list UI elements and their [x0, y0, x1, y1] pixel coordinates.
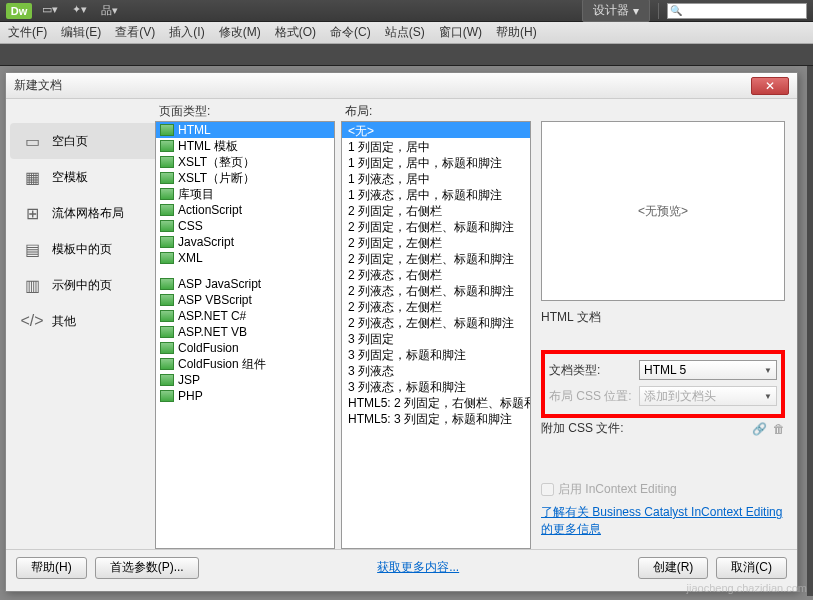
- layout-item[interactable]: 3 列液态: [342, 362, 530, 378]
- page-type-item[interactable]: ASP VBScript: [156, 292, 334, 308]
- category-label: 空白页: [52, 133, 88, 150]
- category-label: 空模板: [52, 169, 88, 186]
- layout-item[interactable]: HTML5: 3 列固定，标题和脚注: [342, 410, 530, 426]
- layout-item[interactable]: 1 列液态，居中: [342, 170, 530, 186]
- incontext-checkbox: [541, 483, 554, 496]
- layout-item[interactable]: <无>: [342, 122, 530, 138]
- link-icon[interactable]: 🔗: [752, 422, 767, 436]
- category-blank-page[interactable]: ▭ 空白页: [10, 123, 155, 159]
- layout-item[interactable]: 2 列液态，右侧栏: [342, 266, 530, 282]
- get-more-link[interactable]: 获取更多内容...: [377, 559, 459, 576]
- page-type-column: 页面类型: HTMLHTML 模板XSLT（整页）XSLT（片断）库项目Acti…: [155, 99, 335, 549]
- layout-item[interactable]: 1 列固定，居中: [342, 138, 530, 154]
- category-from-sample[interactable]: ▥ 示例中的页: [10, 267, 155, 303]
- learn-more-link[interactable]: 了解有关 Business Catalyst InContext Editing…: [541, 504, 785, 538]
- page-type-label: ASP.NET VB: [178, 325, 247, 339]
- category-column: ▭ 空白页 ▦ 空模板 ⊞ 流体网格布局 ▤ 模板中的页 ▥ 示例中的页 </>…: [10, 99, 155, 549]
- file-type-icon: [160, 390, 174, 402]
- layout-item[interactable]: 3 列固定: [342, 330, 530, 346]
- doctype-value: HTML 5: [644, 363, 686, 377]
- page-type-item[interactable]: ASP JavaScript: [156, 276, 334, 292]
- page-type-item[interactable]: XSLT（整页）: [156, 154, 334, 170]
- menu-help[interactable]: 帮助(H): [496, 24, 537, 41]
- chevron-down-icon: ▼: [764, 392, 772, 401]
- layout-item[interactable]: 2 列固定，右侧栏: [342, 202, 530, 218]
- page-type-list[interactable]: HTMLHTML 模板XSLT（整页）XSLT（片断）库项目ActionScri…: [155, 121, 335, 549]
- page-type-label: HTML 模板: [178, 138, 238, 155]
- site-icon[interactable]: 品▾: [101, 3, 118, 18]
- page-type-item[interactable]: ColdFusion: [156, 340, 334, 356]
- incontext-row: 启用 InContext Editing: [541, 481, 785, 498]
- page-type-label: XSLT（片断）: [178, 170, 255, 187]
- layout-list[interactable]: <无>1 列固定，居中1 列固定，居中，标题和脚注1 列液态，居中1 列液态，居…: [341, 121, 531, 549]
- layout-item[interactable]: 3 列固定，标题和脚注: [342, 346, 530, 362]
- menu-site[interactable]: 站点(S): [385, 24, 425, 41]
- page-type-item[interactable]: JavaScript: [156, 234, 334, 250]
- category-other[interactable]: </> 其他: [10, 303, 155, 339]
- layout-item[interactable]: 2 列固定，左侧栏、标题和脚注: [342, 250, 530, 266]
- layout-item[interactable]: 2 列液态，左侧栏: [342, 298, 530, 314]
- page-type-item[interactable]: ColdFusion 组件: [156, 356, 334, 372]
- page-type-item[interactable]: HTML: [156, 122, 334, 138]
- category-fluid-grid[interactable]: ⊞ 流体网格布局: [10, 195, 155, 231]
- layout-item[interactable]: HTML5: 2 列固定，右侧栏、标题和脚: [342, 394, 530, 410]
- menu-file[interactable]: 文件(F): [8, 24, 47, 41]
- page-type-item[interactable]: HTML 模板: [156, 138, 334, 154]
- menu-modify[interactable]: 修改(M): [219, 24, 261, 41]
- workspace-switcher[interactable]: 设计器 ▾: [582, 0, 650, 22]
- menu-window[interactable]: 窗口(W): [439, 24, 482, 41]
- page-type-item[interactable]: ActionScript: [156, 202, 334, 218]
- layout-item[interactable]: 2 列固定，右侧栏、标题和脚注: [342, 218, 530, 234]
- layout-item[interactable]: 1 列固定，居中，标题和脚注: [342, 154, 530, 170]
- page-type-label: PHP: [178, 389, 203, 403]
- page-type-item[interactable]: JSP: [156, 372, 334, 388]
- page-type-item[interactable]: XML: [156, 250, 334, 266]
- cancel-button[interactable]: 取消(C): [716, 557, 787, 579]
- page-type-item[interactable]: ASP.NET VB: [156, 324, 334, 340]
- file-type-icon: [160, 358, 174, 370]
- app-header: Dw ▭▾ ✦▾ 品▾ 设计器 ▾ 🔍: [0, 0, 813, 22]
- layout-item[interactable]: 1 列液态，居中，标题和脚注: [342, 186, 530, 202]
- side-panel-edge: [807, 66, 813, 596]
- layout-item[interactable]: 3 列液态，标题和脚注: [342, 378, 530, 394]
- close-button[interactable]: ✕: [751, 77, 789, 95]
- page-type-label: XSLT（整页）: [178, 154, 255, 171]
- page-type-item[interactable]: XSLT（片断）: [156, 170, 334, 186]
- layout-item[interactable]: 2 列液态，右侧栏、标题和脚注: [342, 282, 530, 298]
- category-label: 示例中的页: [52, 277, 112, 294]
- file-type-icon: [160, 294, 174, 306]
- layout-header: 布局:: [341, 99, 531, 121]
- file-type-icon: [160, 140, 174, 152]
- menu-edit[interactable]: 编辑(E): [61, 24, 101, 41]
- menu-commands[interactable]: 命令(C): [330, 24, 371, 41]
- layout-item[interactable]: 2 列液态，左侧栏、标题和脚注: [342, 314, 530, 330]
- category-from-template[interactable]: ▤ 模板中的页: [10, 231, 155, 267]
- doctype-select[interactable]: HTML 5 ▼: [639, 360, 777, 380]
- layout-icon[interactable]: ▭▾: [42, 3, 58, 18]
- create-button[interactable]: 创建(R): [638, 557, 709, 579]
- file-type-icon: [160, 326, 174, 338]
- page-type-label: 库项目: [178, 186, 214, 203]
- help-button[interactable]: 帮助(H): [16, 557, 87, 579]
- extend-icon[interactable]: ✦▾: [72, 3, 87, 18]
- page-type-item[interactable]: CSS: [156, 218, 334, 234]
- trash-icon[interactable]: 🗑: [773, 422, 785, 436]
- search-input[interactable]: 🔍: [667, 3, 807, 19]
- page-type-header: 页面类型:: [155, 99, 335, 121]
- menu-view[interactable]: 查看(V): [115, 24, 155, 41]
- menu-format[interactable]: 格式(O): [275, 24, 316, 41]
- menu-insert[interactable]: 插入(I): [169, 24, 204, 41]
- page-type-label: ASP JavaScript: [178, 277, 261, 291]
- page-type-item[interactable]: PHP: [156, 388, 334, 404]
- page-type-item[interactable]: 库项目: [156, 186, 334, 202]
- category-blank-template[interactable]: ▦ 空模板: [10, 159, 155, 195]
- layout-item[interactable]: 2 列固定，左侧栏: [342, 234, 530, 250]
- doctype-label: 文档类型:: [549, 362, 635, 379]
- preferences-button[interactable]: 首选参数(P)...: [95, 557, 199, 579]
- page-type-item[interactable]: ASP.NET C#: [156, 308, 334, 324]
- search-icon: 🔍: [670, 5, 682, 16]
- page-icon: ▭: [20, 131, 44, 151]
- file-type-icon: [160, 220, 174, 232]
- csspos-value: 添加到文档头: [644, 388, 716, 405]
- app-logo: Dw: [6, 3, 32, 19]
